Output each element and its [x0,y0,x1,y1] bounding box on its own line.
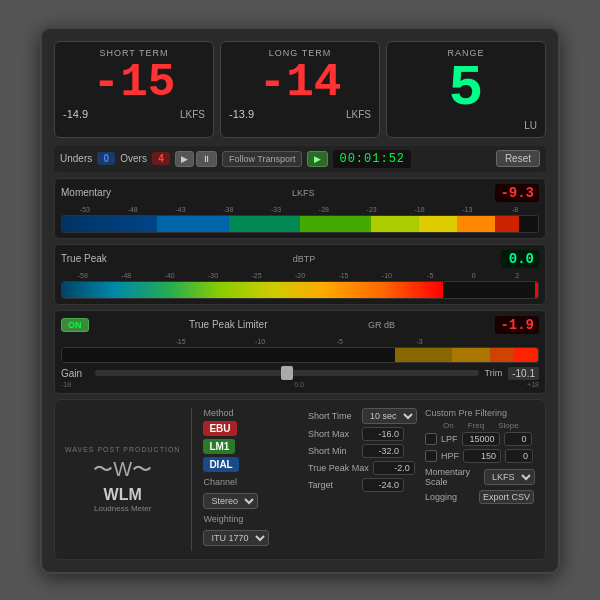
long-term-label: LONG TERM [229,48,371,58]
range-value: 5 [395,60,537,118]
short-term-meter: SHORT TERM -15 -14.9 LKFS [54,41,214,138]
limiter-scale: -15 -10 -5 -3 [61,337,539,347]
momentary-scale-label: Momentary Scale [425,467,480,487]
short-term-sub: -14.9 [63,108,88,120]
gain-row: Gain Trim -10.1 [61,367,539,380]
limiter-on-button[interactable]: ON [61,318,89,332]
short-time-select[interactable]: 10 sec [362,408,417,424]
weighting-group: Weighting ITU 1770 [203,514,300,546]
limiter-unit: GR dB [368,320,395,330]
custom-pre-header: On Freq Slope [425,421,535,430]
plugin-container: SHORT TERM -15 -14.9 LKFS LONG TERM -14 … [40,27,560,574]
transport-buttons: ▶ ⏸ [175,151,217,167]
overs-value: 4 [152,152,170,165]
hpf-label: HPF [441,451,459,461]
short-min-input[interactable] [362,444,404,458]
method-group: Method EBU LM1 DIAL [203,408,300,472]
lpf-slope[interactable] [504,432,532,446]
target-row: Target [308,478,417,492]
overs-label: Overs [120,153,147,164]
custom-title: Custom Pre Filtering [425,408,535,418]
method-col: Method EBU LM1 DIAL Channel Stereo Weigh… [203,408,300,551]
long-term-unit: LKFS [346,109,371,120]
bottom-settings: WAVES POST PRODUCTION 〜W〜 WLM Loudness M… [54,399,546,560]
lpf-label: LPF [441,434,458,444]
top-meters: SHORT TERM -15 -14.9 LKFS LONG TERM -14 … [54,41,546,138]
gain-thumb[interactable] [281,366,293,380]
long-term-sub: -13.9 [229,108,254,120]
transport-green-btn[interactable]: ▶ [307,151,328,167]
limiter-section: ON True Peak Limiter GR dB -1.9 -15 -10 … [54,310,546,394]
short-max-input[interactable] [362,427,404,441]
wlm-subtitle: Loudness Meter [94,504,151,513]
hpf-freq[interactable] [463,449,501,463]
unders-label: Unders [60,153,92,164]
momentary-bar [61,215,539,233]
channel-group: Channel Stereo [203,477,300,509]
channel-title: Channel [203,477,300,487]
reset-button[interactable]: Reset [496,150,540,167]
truepeak-scale: -58 -48 -40 -30 -25 -20 -15 -10 -5 0 2 [61,271,539,281]
short-min-row: Short Min [308,444,417,458]
gain-label: Gain [61,368,89,379]
play-button[interactable]: ▶ [175,151,194,167]
truepeak-max-label: True Peak Max [308,463,369,473]
custom-col: Custom Pre Filtering On Freq Slope LPF H… [425,408,535,551]
hpf-row: HPF [425,449,535,463]
follow-transport-button[interactable]: Follow Transport [222,151,303,167]
truepeak-section: True Peak dBTP 0.0 -58 -48 -40 -30 -25 -… [54,244,546,305]
momentary-scale-select[interactable]: LKFS [484,469,535,485]
limiter-bar [61,347,539,363]
truepeak-max-input[interactable] [373,461,415,475]
lm1-button[interactable]: LM1 [203,439,235,454]
short-time-row: Short Time 10 sec [308,408,417,424]
logging-label: Logging [425,492,475,502]
transport-bar: Unders 0 Overs 4 ▶ ⏸ Follow Transport ▶ … [54,146,546,172]
short-min-label: Short Min [308,446,358,456]
time-display: 00:01:52 [333,150,411,168]
method-buttons: EBU [203,421,300,436]
limiter-value: -1.9 [495,316,539,334]
ebu-button[interactable]: EBU [203,421,236,436]
pause-button[interactable]: ⏸ [196,151,217,167]
truepeak-value: 0.0 [501,250,539,268]
hpf-slope[interactable] [505,449,533,463]
truepeak-max-row: True Peak Max [308,461,417,475]
wlm-title: WLM [104,486,142,504]
dial-button[interactable]: DIAL [203,457,238,472]
momentary-title: Momentary [61,187,111,198]
long-term-meter: LONG TERM -14 -13.9 LKFS [220,41,380,138]
truepeak-unit: dBTP [293,254,316,264]
momentary-scale: -53 -48 -43 -38 -33 -28 -23 -18 -13 -8 [61,205,539,215]
truepeak-title: True Peak [61,253,107,264]
logging-button[interactable]: Export CSV [479,490,534,504]
unders-value: 0 [97,152,115,165]
lpf-row: LPF [425,432,535,446]
weighting-select[interactable]: ITU 1770 [203,530,269,546]
limiter-title: True Peak Limiter [189,319,268,330]
target-input[interactable] [362,478,404,492]
lpf-freq[interactable] [462,432,500,446]
trim-value[interactable]: -10.1 [508,367,539,380]
channel-select[interactable]: Stereo [203,493,258,509]
short-max-label: Short Max [308,429,358,439]
short-time-label: Short Time [308,411,358,421]
time-col: Short Time 10 sec Short Max Short Min Tr… [308,408,417,551]
short-term-value: -15 [63,60,205,106]
logging-row: Logging Export CSV [425,490,535,504]
gain-scale: -18 0.0 +18 [61,381,539,388]
short-term-unit: LKFS [180,109,205,120]
hpf-checkbox[interactable] [425,450,437,462]
logo-section: WAVES POST PRODUCTION 〜W〜 WLM Loudness M… [65,408,180,551]
gain-track[interactable] [95,370,479,376]
momentary-scale-row: Momentary Scale LKFS [425,467,535,487]
divider [191,408,192,551]
momentary-unit: LKFS [292,188,315,198]
lpf-checkbox[interactable] [425,433,437,445]
short-term-label: SHORT TERM [63,48,205,58]
range-unit: LU [524,120,537,131]
short-max-row: Short Max [308,427,417,441]
range-meter: RANGE 5 LU [386,41,546,138]
momentary-section: Momentary LKFS -9.3 -53 -48 -43 -38 -33 … [54,178,546,239]
target-label: Target [308,480,358,490]
